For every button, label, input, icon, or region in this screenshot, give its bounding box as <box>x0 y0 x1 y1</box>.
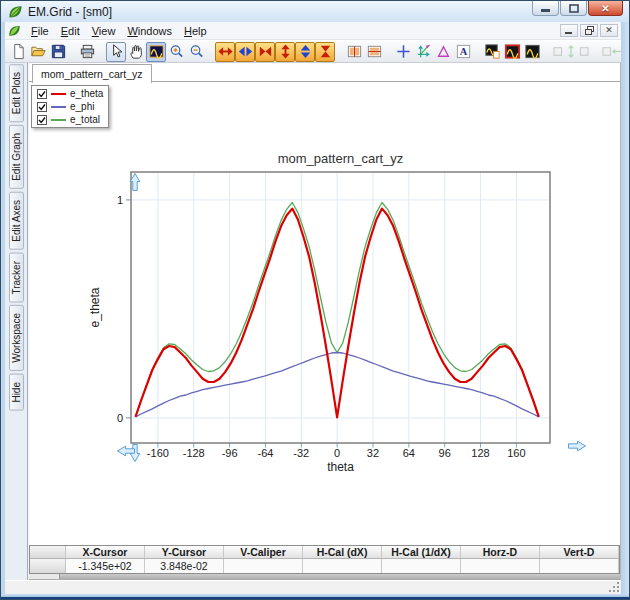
copy-plot-button[interactable] <box>482 42 502 62</box>
close-icon: ✕ <box>601 3 609 14</box>
tracker-button[interactable] <box>413 42 433 62</box>
sidebar-tab-edit-plots[interactable]: Edit Plots <box>9 64 24 122</box>
window-border-bottom <box>1 594 629 599</box>
status-bar <box>5 580 621 594</box>
pan-x-button[interactable] <box>235 42 255 62</box>
align-vertical-icon <box>552 43 590 60</box>
sidebar-tab-edit-axes[interactable]: Edit Axes <box>9 192 24 250</box>
open-folder-button[interactable] <box>28 42 48 62</box>
document-icon <box>8 24 21 37</box>
minimize-icon <box>541 9 550 12</box>
zoom-in-button[interactable] <box>166 42 186 62</box>
mdi-close-button[interactable]: ✕ <box>600 24 618 37</box>
title-bar[interactable]: EM.Grid - [sm0] ✕ <box>1 1 629 22</box>
resize-grip[interactable] <box>608 581 620 593</box>
align-vertical-button[interactable] <box>551 42 591 62</box>
legend-entry-e_theta: e_theta <box>34 87 106 100</box>
split-horizontal-button[interactable] <box>364 42 384 62</box>
svg-text:mom_pattern_cart_yz: mom_pattern_cart_yz <box>278 151 404 166</box>
menu-help[interactable]: Help <box>178 24 213 38</box>
legend-line-sample <box>51 93 66 95</box>
legend-label: e_total <box>70 114 100 125</box>
svg-text:1: 1 <box>117 194 123 206</box>
plot-window-red-icon <box>504 43 521 60</box>
tab-mom-pattern-cart-yz[interactable]: mom_pattern_cart_yz <box>32 64 152 83</box>
close-button[interactable]: ✕ <box>588 1 623 16</box>
sidebar-tab-hide[interactable]: Hide <box>9 374 24 411</box>
expand-x-icon <box>217 43 234 60</box>
sidebar-tab-edit-graph[interactable]: Edit Graph <box>9 125 24 189</box>
compress-x-button[interactable] <box>255 42 275 62</box>
legend-checkbox-e_total[interactable] <box>37 115 47 125</box>
menu-edit[interactable]: Edit <box>55 24 86 38</box>
sidebar-tab-workspace[interactable]: Workspace <box>9 305 24 371</box>
pan-hand-button[interactable] <box>126 42 146 62</box>
svg-text:-128: -128 <box>183 447 205 459</box>
plot-tab-strip: mom_pattern_cart_yz <box>29 63 620 82</box>
print-button[interactable] <box>77 42 97 62</box>
new-document-button[interactable] <box>8 42 28 62</box>
mdi-restore-button[interactable] <box>580 24 598 37</box>
sidebar-tab-tracker[interactable]: Tracker <box>9 253 24 303</box>
readout-col-x-cursor: X-Cursor <box>66 546 145 558</box>
menu-bar: FileEditViewWindowsHelp ✕ <box>5 22 621 40</box>
menu-windows[interactable]: Windows <box>121 24 178 38</box>
svg-text:-64: -64 <box>257 447 273 459</box>
plot-window-button[interactable] <box>522 42 542 62</box>
split-vertical-button[interactable] <box>344 42 364 62</box>
value-stub-cell <box>30 559 66 573</box>
horizontal-scrollbar[interactable] <box>29 574 620 580</box>
mdi-minimize-button[interactable] <box>560 24 578 37</box>
select-plot-button[interactable] <box>146 42 166 62</box>
zoom-out-icon <box>188 43 205 60</box>
svg-text:0: 0 <box>334 447 340 459</box>
align-horizontal-button[interactable] <box>600 42 621 62</box>
svg-text:-96: -96 <box>222 447 238 459</box>
window-title: EM.Grid - [sm0] <box>28 5 112 19</box>
readout-value-0: -1.345e+02 <box>66 559 145 573</box>
pan-hand-icon <box>128 43 145 60</box>
text-annotation-button[interactable]: A <box>453 42 473 62</box>
svg-text:160: 160 <box>507 447 525 459</box>
compress-x-icon <box>257 43 274 60</box>
plot-canvas[interactable]: mom_pattern_cart_yz-160-128-96-64-320326… <box>29 63 620 546</box>
expand-x-button[interactable] <box>215 42 235 62</box>
mdi-workspace: Edit PlotsEdit GraphEdit AxesTrackerWork… <box>5 63 621 580</box>
expand-y-button[interactable] <box>275 42 295 62</box>
svg-text:0: 0 <box>117 412 123 424</box>
svg-text:64: 64 <box>403 447 415 459</box>
expand-y-icon <box>277 43 294 60</box>
legend-line-sample <box>51 119 66 121</box>
pan-y-button[interactable] <box>295 42 315 62</box>
app-logo-icon <box>8 4 23 19</box>
menu-view[interactable]: View <box>86 24 122 38</box>
add-marker-button[interactable] <box>393 42 413 62</box>
svg-text:theta: theta <box>327 460 354 474</box>
mdi-close-icon: ✕ <box>605 26 613 35</box>
save-button[interactable] <box>48 42 68 62</box>
sidebar-tab-strip: Edit PlotsEdit GraphEdit AxesTrackerWork… <box>5 63 28 580</box>
compress-y-button[interactable] <box>315 42 335 62</box>
readout-value-2 <box>224 559 303 573</box>
zoom-out-button[interactable] <box>186 42 206 62</box>
plot-window-icon <box>524 43 541 60</box>
delta-marker-button[interactable] <box>433 42 453 62</box>
svg-text:A: A <box>459 46 467 57</box>
pointer-icon <box>108 43 125 60</box>
plot-window-red-button[interactable] <box>502 42 522 62</box>
legend-checkbox-e_theta[interactable] <box>37 89 47 99</box>
readout-value-row: -1.345e+023.848e-02 <box>30 559 619 573</box>
pointer-button[interactable] <box>106 42 126 62</box>
readout-value-5 <box>461 559 540 573</box>
pan-y-icon <box>297 43 314 60</box>
readout-col-horz-d: Horz-D <box>461 546 540 558</box>
split-vertical-icon <box>346 43 363 60</box>
maximize-button[interactable] <box>560 1 587 16</box>
new-document-icon <box>10 43 27 60</box>
window-border-right <box>621 22 629 594</box>
minimize-button[interactable] <box>532 1 559 16</box>
legend-checkbox-e_phi[interactable] <box>37 102 47 112</box>
menu-file[interactable]: File <box>25 24 55 38</box>
mdi-minimize-icon <box>565 27 573 35</box>
save-icon <box>50 43 67 60</box>
